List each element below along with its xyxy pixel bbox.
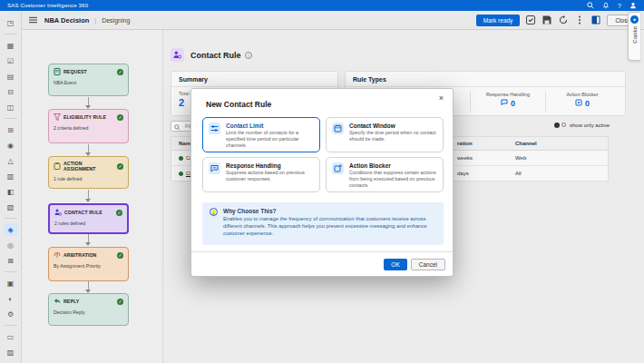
rail-divider <box>5 325 17 326</box>
flow-node-contact-rule[interactable]: CONTACT RULE ✓ 2 rules defined <box>48 203 129 234</box>
validate-icon[interactable] <box>524 15 536 26</box>
global-icon[interactable]: ◐ <box>4 292 18 305</box>
plan-icon[interactable]: ◳ <box>4 16 18 29</box>
complete-check-icon: ✓ <box>117 299 123 305</box>
decision-name: NBA Decision <box>44 16 89 25</box>
rail-divider <box>5 271 17 272</box>
active-status-icon <box>179 172 183 176</box>
option-title: Action Blocker <box>349 162 437 169</box>
show-only-active-toggle[interactable]: show only active <box>554 122 610 128</box>
info-icon[interactable]: i <box>245 52 252 59</box>
copilot-label: Copilot <box>632 26 638 44</box>
option-card-contact-limit[interactable]: Contact Limit Limit the number of contac… <box>202 117 320 152</box>
node-label: ELIGIBILITY RULE <box>63 114 114 120</box>
rule-type-count: 0 <box>511 99 515 108</box>
search-icon[interactable] <box>587 2 594 9</box>
node-sublabel: By Assignment Priority <box>54 263 123 269</box>
journeys-icon[interactable]: △ <box>4 154 18 167</box>
option-description: Limit the number of contacts for a speci… <box>226 130 314 149</box>
complete-check-icon: ✓ <box>117 114 123 121</box>
option-description: Conditions that suppress certain actions… <box>349 170 437 189</box>
divider <box>545 92 546 112</box>
arbitration-icon <box>54 251 61 259</box>
settings-icon[interactable]: ⚙ <box>4 308 18 320</box>
option-card-response-handling[interactable]: Response Handling Suppress actions based… <box>202 157 320 192</box>
reply-icon <box>54 298 61 305</box>
more-options-icon[interactable] <box>573 15 585 26</box>
flow-node-eligibility-rule[interactable]: ELIGIBILITY RULE ✓ 2 criteria defined <box>48 109 129 143</box>
response-handling-icon <box>209 162 220 174</box>
goals-icon[interactable]: ◎ <box>4 239 18 251</box>
rule-duration: days <box>457 166 469 181</box>
node-label: REQUEST <box>63 69 114 74</box>
option-title: Contact Limit <box>226 123 314 129</box>
flow-node-action-assignment[interactable]: ACTION ASSIGNMENT ✓ 1 rule defined <box>48 156 129 189</box>
active-status-icon <box>179 156 183 161</box>
save-icon[interactable] <box>541 15 552 26</box>
node-sublabel: 2 criteria defined <box>54 125 123 131</box>
request-icon <box>54 68 61 75</box>
refresh-icon[interactable] <box>557 15 569 26</box>
events-icon[interactable]: ▣ <box>4 277 18 289</box>
complete-check-icon: ✓ <box>117 252 123 259</box>
tasks-icon[interactable]: ☑ <box>4 54 18 67</box>
dialog-close-icon[interactable]: × <box>437 93 445 104</box>
column-header-duration[interactable]: ration <box>457 137 473 150</box>
copilot-icon: ✦ <box>630 15 639 24</box>
data-icon[interactable]: ⊟ <box>4 85 18 98</box>
toggle-label: show only active <box>570 123 610 128</box>
dashboard-icon[interactable]: ▦ <box>4 39 18 52</box>
rule-type-count: 0 <box>585 99 590 108</box>
lightbulb-icon: 💡 <box>210 208 218 216</box>
flow-node-reply[interactable]: REPLY ✓ Decision Reply <box>48 293 129 326</box>
activities-icon[interactable]: ▥ <box>4 170 18 182</box>
decision-flowchart: REQUEST ✓ NBA Event ELIGIBILITY RULE ✓ 2… <box>22 30 163 363</box>
page-title: Contact Rule <box>190 51 241 60</box>
contact-rule-icon <box>171 48 184 62</box>
flow-node-request[interactable]: REQUEST ✓ NBA Event <box>48 64 129 96</box>
mark-ready-button[interactable]: Mark ready <box>476 15 521 26</box>
help-icon[interactable]: ? <box>618 3 621 9</box>
copilot-tab[interactable]: ✦ Copilot <box>628 12 640 61</box>
rule-channel: All <box>515 166 522 181</box>
app-bar: SAS Customer Intelligence 360 ? <box>0 0 644 11</box>
outline-menu-icon[interactable] <box>27 15 39 26</box>
flow-node-arbitration[interactable]: ARBITRATION ✓ By Assignment Priority <box>48 247 129 281</box>
rule-type-response-handling: Response Handling 0 <box>473 92 543 108</box>
column-header-channel[interactable]: Channel <box>515 137 537 150</box>
cancel-button[interactable]: Cancel <box>411 259 445 270</box>
decision-status: Designing <box>102 17 130 24</box>
option-description: Specify the time period when no contact … <box>349 130 437 142</box>
node-label: CONTACT RULE <box>64 210 113 215</box>
option-title: Response Handling <box>226 162 314 169</box>
right-panel-toggle-icon[interactable] <box>590 15 601 26</box>
assets-icon[interactable]: ▧ <box>4 201 18 213</box>
rail-divider <box>5 34 17 34</box>
why-choose-this-callout: 💡 Why Choose This? Enables you to manage… <box>202 202 444 245</box>
history-icon[interactable]: ▨ <box>4 346 18 358</box>
node-label: ARBITRATION <box>63 252 114 258</box>
tags-icon[interactable]: ◫ <box>4 101 18 113</box>
ok-button[interactable]: OK <box>384 259 406 270</box>
option-card-action-blocker[interactable]: Action Blocker Conditions that suppress … <box>326 157 444 192</box>
option-card-contact-window[interactable]: Contact Window Specify the time period w… <box>326 117 444 152</box>
decisions-icon[interactable]: ◈ <box>4 223 18 236</box>
decision-toolbar: NBA Decision | Designing Mark ready Clos… <box>22 11 644 30</box>
divider <box>470 92 471 112</box>
option-title: Contact Window <box>349 123 437 129</box>
connections-icon[interactable]: ⊠ <box>4 254 18 267</box>
documents-icon[interactable]: ▤ <box>4 70 18 83</box>
archive-icon[interactable]: ▭ <box>4 330 18 343</box>
segments-icon[interactable]: ⊞ <box>4 123 18 136</box>
toggle-switch-icon[interactable] <box>554 122 567 128</box>
app-title: SAS Customer Intelligence 360 <box>7 3 88 8</box>
response-handling-icon <box>501 99 508 108</box>
dialog-title: New Contact Rule <box>206 100 271 109</box>
search-icon <box>174 118 181 134</box>
audiences-icon[interactable]: ◉ <box>4 139 18 152</box>
action-blocker-icon <box>575 99 582 108</box>
node-sublabel: Decision Reply <box>54 309 123 315</box>
notifications-icon[interactable] <box>602 2 610 9</box>
user-icon[interactable] <box>629 2 637 9</box>
messages-icon[interactable]: ◧ <box>4 185 18 198</box>
